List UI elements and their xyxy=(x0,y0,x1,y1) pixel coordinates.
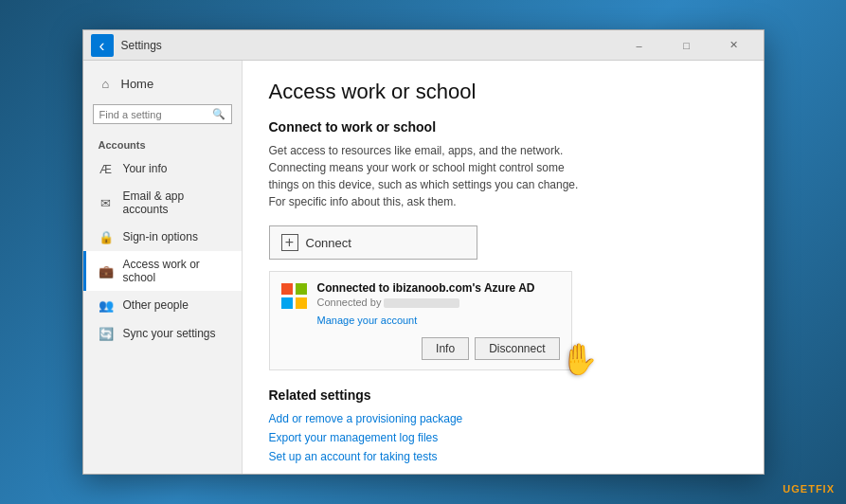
connected-actions: Info Disconnect xyxy=(281,337,560,360)
connect-label: Connect xyxy=(306,236,351,250)
watermark-highlight: ET xyxy=(801,483,816,495)
sidebar-item-access-work[interactable]: 💼 Access work or school xyxy=(83,251,242,291)
back-button[interactable] xyxy=(91,34,114,57)
search-box[interactable]: 🔍 xyxy=(93,104,232,124)
hand-cursor-icon: 🤚 xyxy=(560,341,598,377)
manage-account-link[interactable]: Manage your account xyxy=(317,315,418,326)
related-link-provisioning[interactable]: Add or remove a provisioning package xyxy=(269,412,737,425)
page-title: Access work or school xyxy=(269,80,737,104)
search-icon: 🔍 xyxy=(212,108,225,120)
sidebar-item-other-people[interactable]: 👥 Other people xyxy=(83,291,242,319)
connect-button[interactable]: + Connect xyxy=(269,225,477,260)
connected-by: Connected by xyxy=(317,297,560,308)
connected-by-label: Connected by xyxy=(317,297,382,308)
email-icon: ✉ xyxy=(99,195,114,210)
related-link-export[interactable]: Export your management log files xyxy=(269,431,737,444)
watermark-suffix: FIX xyxy=(816,483,835,495)
sidebar-item-sync-label: Sync your settings xyxy=(123,327,216,340)
close-button[interactable]: ✕ xyxy=(712,30,756,61)
connected-by-value xyxy=(384,298,459,308)
info-button[interactable]: Info xyxy=(422,337,469,360)
main-panel: Access work or school Connect to work or… xyxy=(243,61,764,474)
ms-logo-yellow xyxy=(296,297,307,309)
maximize-button[interactable]: □ xyxy=(665,30,709,61)
sidebar-item-signin-label: Sign-in options xyxy=(123,230,198,243)
related-settings-title: Related settings xyxy=(269,387,737,403)
related-link-tests[interactable]: Set up an account for taking tests xyxy=(269,450,737,463)
window-title: Settings xyxy=(121,39,618,52)
connected-account-box: Connected to ibizanoob.com's Azure AD Co… xyxy=(269,271,572,370)
ms-logo-green xyxy=(296,283,307,295)
minimize-button[interactable]: – xyxy=(618,30,661,61)
search-input[interactable] xyxy=(99,109,208,120)
connect-section-title: Connect to work or school xyxy=(269,119,737,135)
access-work-icon: 💼 xyxy=(99,263,114,279)
your-info-icon: Æ xyxy=(99,161,114,176)
sidebar-item-your-info[interactable]: Æ Your info xyxy=(83,154,242,183)
connected-header: Connected to ibizanoob.com's Azure AD Co… xyxy=(281,281,560,328)
sidebar-item-home[interactable]: ⌂ Home xyxy=(83,68,242,99)
titlebar: Settings – □ ✕ xyxy=(83,30,764,61)
signin-icon: 🔒 xyxy=(99,229,114,244)
sidebar-item-your-info-label: Your info xyxy=(123,162,168,175)
window-controls: – □ ✕ xyxy=(618,30,756,61)
home-icon: ⌂ xyxy=(99,76,114,91)
sidebar-item-sync[interactable]: 🔄 Sync your settings xyxy=(83,319,242,348)
window-content: ⌂ Home 🔍 Accounts Æ Your info ✉ Email & … xyxy=(83,61,764,474)
accounts-section-label: Accounts xyxy=(83,130,242,154)
watermark-prefix: UG xyxy=(783,483,801,495)
watermark: UGETFIX xyxy=(783,483,835,495)
plus-icon: + xyxy=(281,234,298,251)
ms-logo-blue xyxy=(281,297,293,309)
sidebar-item-signin[interactable]: 🔒 Sign-in options xyxy=(83,223,242,251)
sidebar-item-other-people-label: Other people xyxy=(123,298,189,312)
sidebar-item-email-label: Email & app accounts xyxy=(123,189,226,216)
settings-window: Settings – □ ✕ ⌂ Home 🔍 Accounts xyxy=(82,29,765,475)
microsoft-logo xyxy=(281,283,308,310)
sidebar: ⌂ Home 🔍 Accounts Æ Your info ✉ Email & … xyxy=(83,61,243,474)
sidebar-item-email[interactable]: ✉ Email & app accounts xyxy=(83,183,242,223)
home-label: Home xyxy=(121,77,154,91)
ms-logo-red xyxy=(281,283,293,295)
description-text: Get access to resources like email, apps… xyxy=(269,142,591,210)
other-people-icon: 👥 xyxy=(99,297,114,313)
disconnect-button[interactable]: Disconnect xyxy=(475,337,559,360)
sync-icon: 🔄 xyxy=(99,326,114,341)
sidebar-item-access-work-label: Access work or school xyxy=(123,258,226,284)
connected-info: Connected to ibizanoob.com's Azure AD Co… xyxy=(317,281,560,328)
connected-title: Connected to ibizanoob.com's Azure AD xyxy=(317,281,560,295)
